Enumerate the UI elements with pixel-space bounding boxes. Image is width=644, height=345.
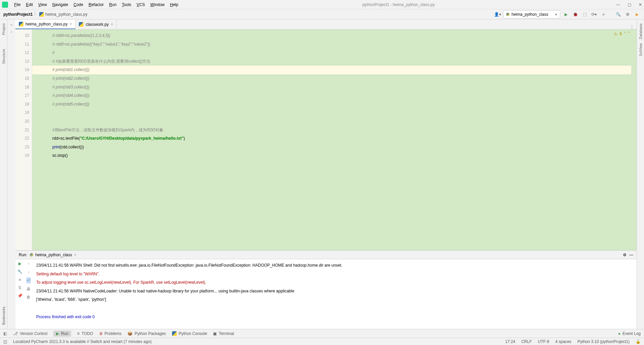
status-icon[interactable]: ◫ — [3, 339, 7, 344]
profile-button[interactable]: ⟳▾ — [590, 11, 598, 18]
gutter-icons: ⌄ › — [7, 19, 15, 329]
run-label: Run: — [19, 253, 27, 257]
problems-tab[interactable]: ⊘ Problems — [99, 331, 122, 336]
chevron-right-icon: 〉 — [34, 11, 38, 17]
print-icon[interactable]: 🖶 — [26, 287, 31, 291]
navigation-bar: pythonProject1 〉 heima_python_class.py 👤… — [0, 9, 644, 19]
tool-icon[interactable]: 🔧 — [17, 269, 22, 274]
stop-button[interactable]: ■ — [600, 11, 607, 18]
run-button[interactable]: ▶ — [562, 11, 570, 18]
delete-icon[interactable]: 🗑 — [26, 295, 31, 299]
expand-icon[interactable]: › — [11, 29, 12, 34]
status-bar: ◫ Localized PyCharm 2021.3.3 is availabl… — [0, 338, 644, 345]
rerun-icon[interactable]: ▶ — [18, 261, 21, 266]
add-user-icon[interactable]: 👤▾ — [494, 11, 501, 18]
coverage-button[interactable]: ⬚ — [581, 11, 588, 18]
lock-icon[interactable]: 🔓 — [636, 339, 641, 344]
settings-icon[interactable]: ⚙ — [624, 11, 631, 18]
gear-icon[interactable]: ⚙ — [623, 253, 627, 257]
right-tool-strip: Database SciView — [637, 19, 644, 329]
python-file-icon — [39, 12, 44, 17]
run-tab-button[interactable]: ▶ Run — [53, 331, 71, 337]
structure-tool-button[interactable]: Structure — [2, 47, 6, 66]
run-tab-name: heima_python_class — [35, 253, 72, 257]
editor-tab[interactable]: heima_python_class.py× — [15, 20, 75, 29]
chevron-down-icon: ˅ — [628, 31, 630, 36]
run-config-selector[interactable]: heima_python_class ▾ — [503, 10, 560, 18]
menu-help[interactable]: Help — [167, 1, 181, 8]
bottom-tool-bar: ◧ ⎇ Version Control ▶ Run ≡ TODO ⊘ Probl… — [0, 329, 644, 338]
menu-view[interactable]: View — [36, 1, 50, 8]
show-toolwindows-icon[interactable]: ◧ — [3, 331, 7, 336]
status-line-sep[interactable]: CRLF — [521, 339, 532, 344]
python-file-icon — [19, 22, 23, 26]
python-icon — [506, 13, 509, 16]
database-tool-button[interactable]: Database — [639, 21, 643, 41]
up-icon[interactable]: ↑ — [28, 261, 30, 266]
close-icon[interactable]: ✕ — [639, 2, 642, 7]
menu-navigate[interactable]: Navigate — [50, 1, 71, 8]
terminal-tab[interactable]: ▣ Terminal — [213, 331, 234, 336]
line-gutter: 101112131415161718192021222324 — [15, 29, 32, 250]
menu-file[interactable]: File — [11, 1, 23, 8]
editor[interactable]: 101112131415161718192021222324 ⚠ 6 ˄ ˅ #… — [15, 29, 637, 250]
menu-bar: FileEditViewNavigateCodeRefactorRunTools… — [0, 0, 644, 9]
close-icon[interactable]: × — [74, 253, 76, 257]
console-output[interactable]: 23/04/11 21:41:56 WARN Shell: Did not fi… — [33, 259, 637, 329]
sciview-tool-button[interactable]: SciView — [639, 41, 643, 58]
layout-icon[interactable]: ⇅ — [18, 285, 21, 290]
editor-tab[interactable]: classwork.py× — [75, 20, 117, 29]
run-tool-col-2: ↑ ↓ ⏎ 🖶 🗑 — [24, 259, 33, 329]
run-tab[interactable]: heima_python_class × — [30, 253, 76, 257]
inspection-widget[interactable]: ⚠ 6 ˄ ˅ — [614, 31, 630, 36]
python-console-tab[interactable]: Python Console — [172, 331, 207, 336]
menu-window[interactable]: Window — [148, 1, 167, 8]
menu-edit[interactable]: Edit — [23, 1, 36, 8]
version-control-tab[interactable]: ⎇ Version Control — [13, 331, 47, 336]
tab-label: classwork.py — [86, 22, 109, 27]
status-message[interactable]: Localized PyCharm 2021.3.3 is available … — [13, 339, 152, 344]
menu-tools[interactable]: Tools — [119, 1, 134, 8]
soft-wrap-icon[interactable]: ⏎ — [26, 277, 31, 283]
run-tool-window: Run: heima_python_class × ⚙ — ▶ 🔧 ■ ⇅ 📌 — [15, 250, 637, 329]
stop-icon[interactable]: ■ — [18, 277, 21, 282]
pin-icon[interactable]: 📌 — [17, 293, 22, 298]
bookmarks-tool-button[interactable]: Bookmarks — [2, 304, 6, 327]
editor-tabs: heima_python_class.py×classwork.py× ⋮ — [15, 19, 637, 29]
chevron-up-icon: ˄ — [624, 31, 626, 36]
status-indent[interactable]: 4 spaces — [555, 339, 572, 344]
breadcrumb-project[interactable]: pythonProject1 — [3, 12, 33, 17]
status-time: 17:24 — [505, 339, 515, 344]
debug-button[interactable]: 🐞 — [572, 11, 579, 18]
left-tool-strip: Project Structure Bookmarks — [0, 19, 7, 329]
menu-code[interactable]: Code — [71, 1, 86, 8]
status-interpreter[interactable]: Python 3.10 (pythonProject1) — [578, 339, 630, 344]
close-icon[interactable]: × — [69, 22, 72, 26]
breadcrumb: pythonProject1 〉 heima_python_class.py — [3, 11, 88, 17]
search-icon[interactable]: 🔍 — [614, 11, 622, 18]
run-tool-col-1: ▶ 🔧 ■ ⇅ 📌 — [15, 259, 24, 329]
event-log-tab[interactable]: ● Event Log — [618, 331, 641, 336]
tabs-more-icon[interactable]: ⋮ — [627, 24, 637, 29]
todo-tab[interactable]: ≡ TODO — [77, 331, 93, 336]
minimize-icon[interactable]: — — [616, 2, 620, 7]
menu-run[interactable]: Run — [106, 1, 119, 8]
app-icon — [2, 2, 8, 8]
project-tool-button[interactable]: Project — [2, 21, 6, 37]
menu-refactor[interactable]: Refactor — [86, 1, 106, 8]
breadcrumb-file[interactable]: heima_python_class.py — [45, 12, 87, 17]
menu-vcs[interactable]: VCS — [134, 1, 148, 8]
status-encoding[interactable]: UTF-8 — [538, 339, 549, 344]
python-icon — [30, 253, 33, 257]
python-file-icon — [79, 22, 84, 27]
collapse-icon[interactable]: ⌄ — [10, 21, 13, 26]
chevron-down-icon: ▾ — [555, 12, 557, 17]
run-config-name: heima_python_class — [512, 12, 548, 17]
down-icon[interactable]: ↓ — [28, 269, 30, 274]
maximize-icon[interactable]: ▢ — [628, 2, 631, 7]
close-icon[interactable]: × — [111, 22, 113, 27]
python-packages-tab[interactable]: 📦 Python Packages — [127, 331, 166, 336]
code-content[interactable]: # rdd4=sc.parallelize({1,2,3,4,5}) # rdd… — [52, 31, 637, 160]
hide-icon[interactable]: — — [629, 253, 633, 257]
execute-icon[interactable]: ▶ — [633, 11, 641, 18]
